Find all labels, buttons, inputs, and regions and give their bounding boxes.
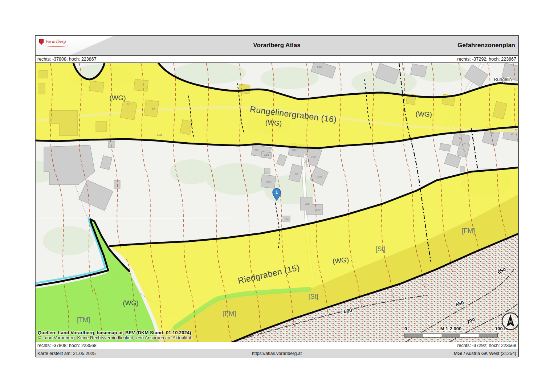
svg-text:32: 32 [295, 172, 298, 176]
svg-text:[St]: [St] [375, 245, 385, 253]
svg-text:32d: 32d [315, 208, 320, 211]
svg-text:26b: 26b [266, 180, 271, 184]
svg-text:51: 51 [402, 66, 405, 69]
svg-text:1: 1 [276, 190, 278, 195]
svg-text:32b: 32b [317, 175, 322, 178]
svg-text:28a: 28a [292, 148, 297, 152]
coords-top-row: rechts: -37808; hoch: 223867 rechts: -37… [36, 56, 518, 62]
svg-text:M 1:2.000: M 1:2.000 [440, 326, 462, 331]
svg-text:[TM]: [TM] [77, 316, 90, 323]
svg-text:26c: 26c [254, 148, 259, 152]
plan-title: Gefahrenzonenplan [457, 42, 515, 49]
svg-text:10: 10 [127, 103, 130, 106]
sources-line1: Quellen: Land Vorarlberg, basemap.at, BE… [38, 330, 192, 335]
coord-bottom-left: rechts: -37808; hoch: 223568 [37, 342, 97, 349]
svg-text:0: 0 [404, 326, 407, 331]
svg-text:12: 12 [152, 107, 155, 111]
sources-line2: © Land Vorarlberg: Keine Rechtsverbindli… [38, 335, 192, 340]
crs-label: MGI / Austria GK West (31254) [454, 349, 516, 358]
svg-text:2: 2 [511, 132, 513, 135]
svg-text:(WG): (WG) [415, 110, 432, 118]
svg-text:[FM]: [FM] [462, 227, 475, 234]
svg-text:[FM]: [FM] [223, 310, 236, 317]
coord-top-right: rechts: -37292; hoch: 223867 [457, 56, 516, 62]
north-arrow-icon: N [502, 313, 518, 330]
svg-text:(WG): (WG) [265, 118, 282, 127]
svg-text:12a: 12a [157, 133, 162, 136]
svg-text:(WG): (WG) [109, 94, 126, 102]
coord-top-left: rechts: -37808; hoch: 223867 [37, 56, 97, 62]
print-frame: Vorarlberg Vorarlberg Atlas Gefahrenzone… [35, 35, 519, 357]
map-sources: Quellen: Land Vorarlberg, basemap.at, BE… [38, 330, 192, 340]
svg-text:52: 52 [459, 136, 462, 139]
coord-bottom-right: rechts: -37292; hoch: 223568 [457, 342, 516, 349]
svg-text:32a: 32a [311, 155, 316, 158]
svg-text:[St]: [St] [308, 293, 318, 300]
svg-text:56b: 56b [317, 65, 322, 69]
header-bar: Vorarlberg Vorarlberg Atlas Gefahrenzone… [36, 36, 518, 56]
svg-text:(WG): (WG) [123, 299, 139, 307]
page-title: Vorarlberg Atlas [36, 42, 518, 49]
svg-text:26d: 26d [264, 153, 269, 156]
coords-bottom-row: rechts: -37808; hoch: 223568 rechts: -37… [36, 342, 518, 349]
footer-bar: Karte erstellt am: 21.05.2025 https://at… [36, 349, 518, 358]
map-canvas[interactable]: 56b 51 26c 26d 28a 32a 32 32b 26b 32c 32… [36, 62, 518, 342]
atlas-url: https://atlas.vorarlberg.at [36, 349, 518, 358]
svg-text:N: N [509, 320, 512, 323]
svg-text:24f: 24f [285, 218, 289, 221]
hazard-map-svg: 56b 51 26c 26d 28a 32a 32 32b 26b 32c 32… [36, 63, 518, 342]
place-label-rungelin: Rungelin [494, 77, 512, 82]
svg-text:58: 58 [490, 131, 494, 135]
svg-text:32c: 32c [305, 202, 310, 205]
